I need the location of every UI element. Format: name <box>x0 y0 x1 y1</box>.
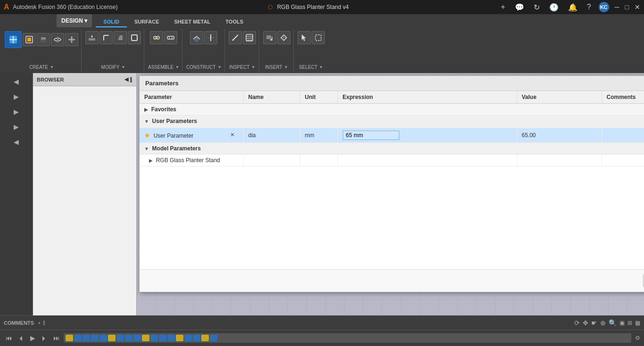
close-button[interactable]: ✕ <box>635 3 640 11</box>
extrude-icon[interactable] <box>37 33 50 46</box>
sidebar-right-arrow-1[interactable]: ▶ <box>0 105 33 118</box>
help-icon[interactable]: ? <box>585 1 593 13</box>
model-params-label: Model Parameters <box>152 145 201 152</box>
assemble-dropdown-arrow: ▼ <box>175 65 179 69</box>
model-param-expand-icon[interactable]: ▶ <box>149 158 153 163</box>
user-param-name-cell[interactable]: dia <box>243 128 300 143</box>
orbit-icon[interactable]: ⟳ <box>574 319 580 327</box>
new-component-icon[interactable] <box>23 33 36 46</box>
window-select-icon[interactable] <box>312 31 325 44</box>
delete-param-icon[interactable]: ✕ <box>230 132 235 138</box>
move-icon[interactable] <box>65 33 78 46</box>
timeline-item-17[interactable] <box>201 335 209 341</box>
favorites-section-label: ▶ Favorites <box>140 104 644 115</box>
timeline-item-14[interactable] <box>176 335 183 341</box>
offset-plane-icon[interactable] <box>190 31 203 44</box>
sidebar-right-arrow-2[interactable]: ▶ <box>0 120 33 133</box>
sidebar-forward-icon[interactable]: ▶ <box>0 90 33 103</box>
add-comment-icon[interactable]: + <box>38 320 41 326</box>
timeline-forward-to-end[interactable]: ⏭ <box>51 333 62 343</box>
chamfer-icon[interactable] <box>114 31 127 44</box>
timeline-settings-icon[interactable]: ⚙ <box>635 335 640 341</box>
favorite-star-icon[interactable]: ★ <box>144 132 150 139</box>
favorites-expand-arrow[interactable]: ▶ <box>144 107 148 112</box>
sidebar-left-icon[interactable]: ◀ <box>0 135 33 148</box>
timeline-item-9[interactable] <box>133 335 141 341</box>
timeline-item-13[interactable] <box>167 335 175 341</box>
inspect-analysis-icon[interactable] <box>243 31 256 44</box>
browser-collapse-icon[interactable]: ◀ ‖ <box>124 76 132 82</box>
timeline-item-1[interactable] <box>66 335 73 341</box>
tab-surface[interactable]: SURFACE <box>127 17 167 27</box>
timeline-item-15[interactable] <box>184 335 192 341</box>
select-icons <box>297 31 325 44</box>
timeline-item-4[interactable] <box>91 335 99 341</box>
timeline-item-7[interactable] <box>116 335 124 341</box>
revolve-icon[interactable] <box>51 33 64 46</box>
model-params-expand-arrow[interactable]: ▼ <box>144 146 149 151</box>
timeline-item-18[interactable] <box>210 335 217 341</box>
refresh-icon[interactable]: ↻ <box>532 1 542 14</box>
grid-icon[interactable]: ⊞ <box>627 320 632 326</box>
fillet-icon[interactable] <box>99 31 113 44</box>
minimize-button[interactable]: ─ <box>615 3 619 11</box>
timeline-item-3[interactable] <box>83 335 90 341</box>
timeline-item-2[interactable] <box>74 335 82 341</box>
zoom-icon[interactable]: ⊕ <box>600 319 606 327</box>
timeline-item-16[interactable] <box>193 335 200 341</box>
rigid-group-icon[interactable] <box>164 31 177 44</box>
view-options-icon[interactable]: ▦ <box>635 320 640 326</box>
history-icon[interactable]: 🕐 <box>547 1 561 14</box>
insert-derive-icon[interactable] <box>263 31 276 44</box>
user-param-unit-cell[interactable]: mm <box>300 128 338 143</box>
insert-mesh-icon[interactable] <box>277 31 290 44</box>
pan-icon[interactable]: ✥ <box>583 319 588 327</box>
hand-icon[interactable]: ☛ <box>591 319 597 327</box>
timeline-item-6[interactable] <box>108 335 116 341</box>
expression-input[interactable] <box>343 131 399 140</box>
user-param-expression-cell[interactable] <box>338 128 517 143</box>
svg-rect-24 <box>266 35 271 39</box>
tab-sheet-metal[interactable]: SHEET METAL <box>167 17 218 27</box>
measure-icon[interactable] <box>229 31 242 44</box>
construct-group: CONSTRUCT ▼ <box>183 29 225 72</box>
timeline-back-to-start[interactable]: ⏮ <box>4 333 14 343</box>
timeline-step-back[interactable]: ⏴ <box>16 333 26 343</box>
tab-solid[interactable]: SOLID <box>96 17 127 27</box>
sidebar-back-icon[interactable]: ◀ <box>0 75 33 88</box>
bell-icon[interactable]: 🔔 <box>566 1 579 14</box>
select-cursor-icon[interactable] <box>297 31 311 44</box>
user-param-comments-cell[interactable] <box>602 128 644 143</box>
create-main-icon[interactable] <box>5 31 22 48</box>
press-pull-icon[interactable] <box>85 31 99 44</box>
timeline-item-10[interactable] <box>142 335 149 341</box>
svg-rect-5 <box>40 39 47 42</box>
display-mode-icon[interactable]: ▣ <box>619 320 625 326</box>
chat-icon[interactable]: 💬 <box>513 1 526 14</box>
shell-icon[interactable] <box>128 31 141 44</box>
tab-tools[interactable]: TOOLS <box>218 17 251 27</box>
timeline-item-5[interactable] <box>99 335 107 341</box>
maximize-button[interactable]: □ <box>625 3 629 11</box>
timeline-step-forward[interactable]: ⏵ <box>39 333 50 343</box>
status-collapse-icon[interactable]: ‖ <box>43 320 45 325</box>
app-name: Autodesk Fusion 360 (Education License) <box>13 4 118 10</box>
col-header-value: Value <box>517 91 602 104</box>
midplane-icon[interactable] <box>204 31 217 44</box>
toolbar-tabs: DESIGN ▾ SOLID SURFACE SHEET METAL TOOLS <box>0 14 644 27</box>
user-params-section-label: ▼ User Parameters + <box>140 115 644 128</box>
create-icons <box>5 31 78 48</box>
timeline-play[interactable]: ▶ <box>28 333 37 343</box>
joint-icon[interactable] <box>150 31 163 44</box>
user-params-expand-arrow[interactable]: ▼ <box>144 119 149 124</box>
title-bar: A Autodesk Fusion 360 (Education License… <box>0 0 644 14</box>
col-header-expression: Expression <box>338 91 517 104</box>
design-button[interactable]: DESIGN ▾ <box>57 14 92 27</box>
timeline-item-11[interactable] <box>150 335 158 341</box>
timeline-item-12[interactable] <box>159 335 166 341</box>
add-icon[interactable]: + <box>499 1 507 13</box>
timeline: ⏮ ⏴ ▶ ⏵ ⏭ ⚙ <box>0 330 644 346</box>
timeline-item-8[interactable] <box>125 335 132 341</box>
user-avatar[interactable]: KC <box>599 2 609 12</box>
search-icon[interactable]: 🔍 <box>609 319 617 327</box>
